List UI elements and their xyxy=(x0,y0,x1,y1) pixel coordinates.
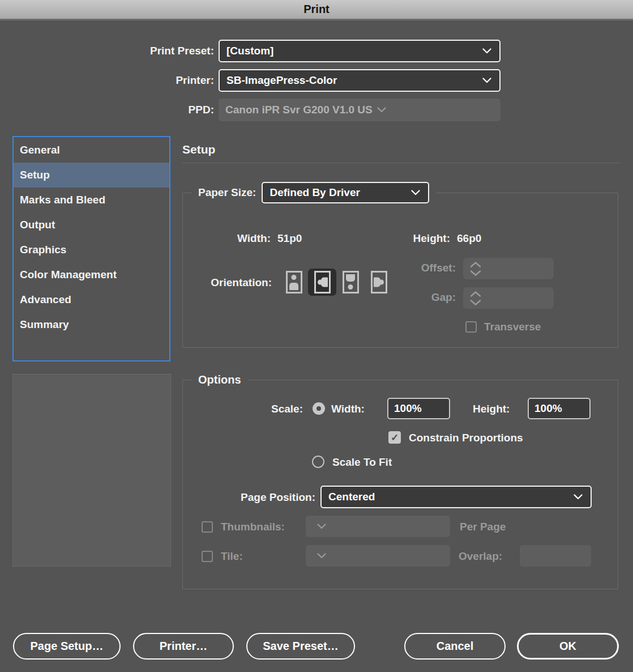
scale-to-fit-radio[interactable] xyxy=(312,456,324,468)
printer-button[interactable]: Printer… xyxy=(133,633,234,660)
ppd-dropdown: Canon iPR Svr G200 V1.0 US xyxy=(219,99,501,121)
window-title: Print xyxy=(303,3,330,16)
offset-label: Offset: xyxy=(371,262,456,274)
paper-height-value: 66p0 xyxy=(457,232,481,245)
chevron-down-icon xyxy=(482,48,491,54)
paper-size-value: Defined By Driver xyxy=(270,186,407,199)
scale-height-input[interactable] xyxy=(528,398,591,419)
constrain-proportions-label: Constrain Proportions xyxy=(409,432,523,444)
scale-width-input[interactable] xyxy=(387,398,450,419)
print-preview-box xyxy=(12,374,171,567)
chevron-down-icon xyxy=(482,78,491,83)
per-page-label: Per Page xyxy=(460,521,506,533)
scale-label: Scale: xyxy=(241,403,303,415)
page-position-dropdown[interactable]: Centered xyxy=(320,486,592,508)
sidebar-item-general[interactable]: General xyxy=(14,138,169,163)
portrait-reversed-orientation-icon xyxy=(343,271,359,294)
ppd-label: PPD: xyxy=(68,99,214,121)
paper-size-label: Paper Size: xyxy=(198,186,256,199)
tile-checkbox xyxy=(202,551,213,562)
sidebar-item-color-management[interactable]: Color Management xyxy=(14,262,169,287)
sidebar-item-graphics[interactable]: Graphics xyxy=(14,237,169,262)
print-preset-dropdown[interactable]: [Custom] xyxy=(219,40,501,62)
landscape-orientation-icon xyxy=(314,271,331,294)
thumbnails-label: Thumbnails: xyxy=(221,521,285,533)
chevron-down-icon xyxy=(377,107,386,113)
orientation-label: Orientation: xyxy=(187,277,272,289)
landscape-reversed-orientation-icon xyxy=(371,271,387,294)
paper-size-dropdown[interactable]: Defined By Driver xyxy=(262,182,429,203)
tile-dropdown xyxy=(306,545,450,567)
ok-button[interactable]: OK xyxy=(517,633,619,660)
gap-stepper xyxy=(463,287,554,309)
printer-value: SB-ImagePress-Color xyxy=(226,74,478,87)
chevron-down-icon xyxy=(317,524,326,529)
options-legend: Options xyxy=(191,372,248,388)
orientation-landscape-button[interactable] xyxy=(308,269,336,296)
page-position-value: Centered xyxy=(328,491,569,503)
stepper-down-icon xyxy=(470,300,481,305)
tile-label: Tile: xyxy=(221,550,243,563)
page-position-label: Page Position: xyxy=(215,491,315,504)
transverse-label: Transverse xyxy=(484,321,541,333)
chevron-down-icon xyxy=(317,553,326,559)
thumbnails-checkbox xyxy=(202,521,213,533)
constrain-proportions-checkbox[interactable]: ✓ xyxy=(388,431,401,444)
scale-height-label: Height: xyxy=(473,403,510,415)
check-icon: ✓ xyxy=(391,432,399,444)
printer-dropdown[interactable]: SB-ImagePress-Color xyxy=(219,69,501,92)
scale-width-height-radio[interactable] xyxy=(313,402,325,415)
scale-width-label: Width: xyxy=(331,403,365,415)
portrait-orientation-icon xyxy=(286,271,302,294)
sidebar-item-marks-and-bleed[interactable]: Marks and Bleed xyxy=(14,188,169,212)
paper-width-label: Width: xyxy=(187,232,271,245)
transverse-checkbox xyxy=(465,321,477,333)
sidebar-item-advanced[interactable]: Advanced xyxy=(14,287,169,312)
paper-size-legend: Paper Size: Defined By Driver xyxy=(191,181,436,204)
gap-label: Gap: xyxy=(371,291,456,304)
window-title-bar: Print xyxy=(0,0,633,20)
chevron-down-icon xyxy=(411,190,420,195)
stepper-up-icon xyxy=(470,291,481,297)
chevron-down-icon xyxy=(574,494,583,500)
paper-width-value: 51p0 xyxy=(277,232,302,245)
print-preset-value: [Custom] xyxy=(226,45,478,57)
printer-label: Printer: xyxy=(68,69,214,92)
panel-title: Setup xyxy=(182,143,215,156)
offset-stepper xyxy=(463,258,554,279)
cancel-button[interactable]: Cancel xyxy=(404,633,506,660)
stepper-down-icon xyxy=(470,270,481,276)
stepper-up-icon xyxy=(470,262,481,267)
orientation-portrait-button[interactable] xyxy=(280,269,308,296)
scale-to-fit-label: Scale To Fit xyxy=(332,456,392,469)
panel-title-divider xyxy=(182,163,621,163)
sidebar-item-output[interactable]: Output xyxy=(14,212,169,237)
sections-list[interactable]: General Setup Marks and Bleed Output Gra… xyxy=(12,136,170,361)
overlap-label: Overlap: xyxy=(459,550,502,563)
thumbnails-dropdown xyxy=(306,516,450,537)
sidebar-item-setup[interactable]: Setup xyxy=(14,163,169,188)
ppd-value: Canon iPR Svr G200 V1.0 US xyxy=(225,104,373,116)
page-setup-button[interactable]: Page Setup… xyxy=(13,633,121,660)
save-preset-button[interactable]: Save Preset… xyxy=(246,633,355,660)
radio-dot-icon xyxy=(316,406,321,411)
print-preset-label: Print Preset: xyxy=(68,40,214,62)
overlap-input xyxy=(520,545,591,567)
orientation-portrait-reversed-button[interactable] xyxy=(336,269,365,296)
sidebar-item-summary[interactable]: Summary xyxy=(14,312,169,337)
options-label: Options xyxy=(198,373,241,386)
paper-height-label: Height: xyxy=(374,232,450,245)
